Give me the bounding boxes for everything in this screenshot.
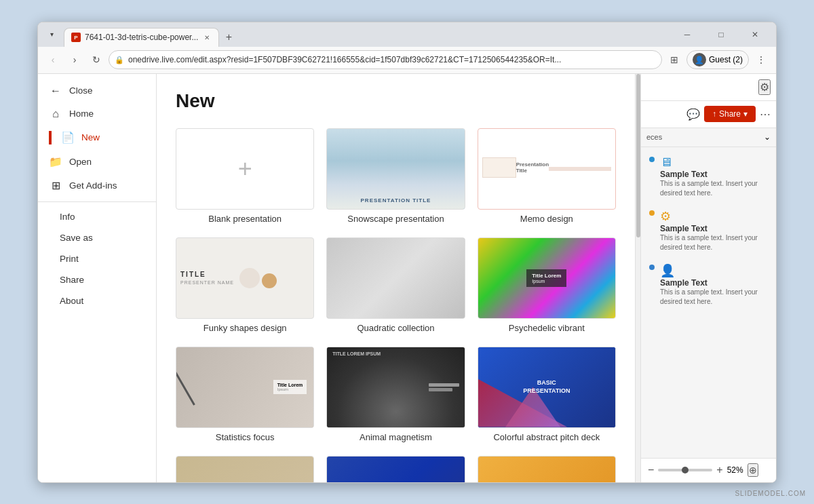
extra2-thumb [326,456,465,482]
back-button[interactable]: ‹ [43,50,62,69]
sidebar-addins-label: Get Add-ins [69,180,117,191]
scrollbar[interactable] [635,74,640,482]
minimize-button[interactable]: ─ [672,24,703,45]
profile-icon: 👤 [693,53,706,66]
funky-thumb: TITLE PRESENTER NAME [176,237,314,319]
extra1-thumb [176,456,314,482]
maximize-button[interactable]: □ [705,24,737,45]
sidebar-item-about[interactable]: About [38,290,156,311]
template-item-colorful[interactable]: BASICPRESENTATION Colorful abstract pitc… [478,347,616,442]
zoom-slider[interactable] [658,469,712,471]
right-toolbar: ⚙ [641,74,776,101]
sidebar-item-share[interactable]: Share [38,269,156,290]
zoom-out-button[interactable]: − [648,464,654,476]
funky-title: TITLE [180,271,234,278]
url-bar[interactable]: 🔒 onedrive.live.com/edit.aspx?resid=1F50… [109,50,662,69]
close-window-button[interactable]: ✕ [739,24,771,45]
memo-title-text: Presentation Title [516,161,549,174]
tab-area: P 7641-01-3d-tetris-cube-power... ✕ + [64,22,667,47]
slide-item-2: 👤 Sample Text This is a sample text. Ins… [649,263,768,307]
zoom-value: 52% [727,465,743,475]
slides-panel-toggle[interactable]: ⌄ [764,132,771,142]
psyche-text-box: Title Lorem Ipsum [526,269,566,287]
sidebar-close-label: Close [69,85,93,96]
animal-title-area: TITLE LOREM IPSUM [332,351,381,356]
memo-thumb: Presentation Title [478,128,616,210]
slide-title-1: Sample Text [660,224,768,233]
snowscape-label: Snowscape presentation [326,214,465,224]
sidebar-item-open[interactable]: 📁 Open [38,150,156,174]
sidebar-item-print[interactable]: Print [38,248,156,269]
template-item-extra3[interactable] [478,456,616,482]
animal-inner: TITLE LOREM IPSUM [327,347,464,427]
psychedelic-thumb: Title Lorem Ipsum [478,237,616,319]
template-item-psychedelic[interactable]: Title Lorem Ipsum Psychedelic vibrant [478,237,616,333]
page-title: New [176,90,616,112]
active-tab[interactable]: P 7641-01-3d-tetris-cube-power... ✕ [64,28,219,47]
monitor-icon: 🖥 [660,155,768,170]
slide-content-0: 🖥 Sample Text This is a sample text. Ins… [660,155,768,198]
tab-dropdown-button[interactable]: ▾ [43,26,60,43]
sidebar-item-saveas[interactable]: Save as [38,227,156,248]
slide-content-2: 👤 Sample Text This is a sample text. Ins… [660,263,768,307]
funky-circle1 [239,268,260,288]
snowscape-text: PRESENTATION TITLE [327,197,464,203]
statistics-thumb: Title Lorem Ipsum [176,347,314,428]
sidebar-item-new[interactable]: 📄 New [38,125,156,150]
slide-content-1: ⚙ Sample Text This is a sample text. Ins… [660,209,768,252]
slides-panel-label: eces [646,133,662,141]
sidebar-item-info[interactable]: Info [38,206,156,227]
forward-button[interactable]: › [65,50,84,69]
about-label: About [60,296,83,306]
slide-text-2: This is a sample text. Insert your desir… [660,288,768,307]
quad-inner: Title Lorem Ipsum [327,238,464,318]
template-grid: + Blank presentation PRESENTATION TITLE [176,128,616,442]
settings-button[interactable]: ⚙ [758,79,771,95]
colorful-inner: BASICPRESENTATION [478,347,615,427]
animal-line1 [429,383,459,387]
template-item-snowscape[interactable]: PRESENTATION TITLE Snowscape presentatio… [326,128,465,224]
share-button[interactable]: ↑ Share ▾ [704,106,756,122]
sidebar-item-close[interactable]: ← Close [38,79,156,102]
animal-title-text: TITLE LOREM IPSUM [332,351,381,356]
slide-text-1: This is a sample text. Insert your desir… [660,233,768,252]
addins-icon: ⊞ [49,179,62,192]
more-options-button[interactable]: ⋯ [760,108,771,121]
memo-line1 [549,167,584,171]
animal-line2 [429,388,452,391]
colorful-title: BASICPRESENTATION [523,379,570,395]
main-content-area[interactable]: New + Blank presentation [157,74,635,482]
stats-inner: Title Lorem Ipsum [176,347,313,427]
saveas-label: Save as [60,233,93,243]
memo-top [482,157,516,178]
reload-button[interactable]: ↻ [87,50,106,69]
template-item-funky[interactable]: TITLE PRESENTER NAME Funky shapes design [176,237,314,333]
share-label: Share [60,275,84,285]
template-item-animal[interactable]: TITLE LOREM IPSUM Animal magnetism [326,347,465,442]
extra3-thumb [478,456,616,482]
template-item-extra1[interactable] [176,456,314,482]
sidebar-open-label: Open [69,157,92,167]
comment-button[interactable]: 💬 [686,108,700,121]
fit-to-window-button[interactable]: ⊕ [748,463,758,477]
template-item-blank[interactable]: + Blank presentation [176,128,314,224]
menu-button[interactable]: ⋮ [752,50,771,69]
zoom-in-button[interactable]: + [716,464,722,476]
animal-thumb: TITLE LOREM IPSUM [326,347,465,428]
template-grid-row3 [176,456,616,482]
tab-favicon: P [71,33,81,42]
new-tab-button[interactable]: + [219,28,238,47]
funky-left: TITLE PRESENTER NAME [180,271,234,285]
template-item-extra2[interactable] [326,456,465,482]
statistics-label: Statistics focus [176,432,314,442]
sidebar-item-addins[interactable]: ⊞ Get Add-ins [38,174,156,197]
tab-close-button[interactable]: ✕ [202,33,212,42]
template-item-memo[interactable]: Presentation Title Memo design [478,128,616,224]
dot-2 [649,265,655,270]
template-item-statistics[interactable]: Title Lorem Ipsum Statistics focus [176,347,314,442]
sidebar-item-home[interactable]: ⌂ Home [38,102,156,125]
extensions-button[interactable]: ⊞ [665,50,684,69]
template-item-quadratic[interactable]: Title Lorem Ipsum Quadratic collection [326,237,465,333]
funky-inner: TITLE PRESENTER NAME [176,238,313,318]
profile-button[interactable]: 👤 Guest (2) [686,50,749,69]
